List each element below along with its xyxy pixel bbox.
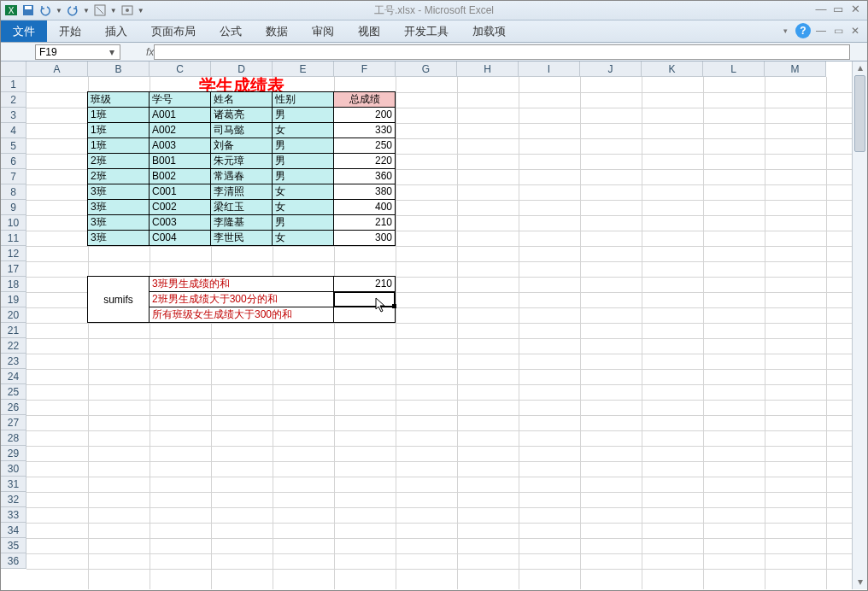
redo-icon[interactable]: [66, 3, 79, 17]
tab-data[interactable]: 数据: [254, 20, 300, 42]
col-header-h[interactable]: H: [457, 61, 519, 77]
tab-addins[interactable]: 加载项: [460, 20, 518, 42]
row-header-35[interactable]: 35: [1, 538, 26, 553]
td-name-8[interactable]: 李清照: [210, 184, 273, 200]
qat-customize-dropdown[interactable]: ▼: [138, 7, 144, 15]
qat-tool-2-icon[interactable]: [120, 3, 134, 17]
qat-tool-1-icon[interactable]: [93, 3, 107, 17]
td-gender-6[interactable]: 男: [272, 153, 334, 169]
th-id[interactable]: 学号: [149, 91, 211, 108]
scrollbar-thumb[interactable]: [854, 75, 865, 152]
row-header-23[interactable]: 23: [1, 354, 26, 369]
row-header-8[interactable]: 8: [1, 184, 26, 200]
row-header-22[interactable]: 22: [1, 338, 26, 354]
row-header-18[interactable]: 18: [1, 277, 26, 292]
scroll-down-button[interactable]: ▾: [853, 576, 867, 589]
td-name-5[interactable]: 刘备: [210, 138, 273, 154]
td-id-11[interactable]: C004: [149, 230, 211, 246]
td-class-7[interactable]: 2班: [87, 168, 150, 184]
td-class-3[interactable]: 1班: [87, 107, 150, 123]
col-header-e[interactable]: E: [273, 61, 334, 77]
th-class[interactable]: 班级: [87, 91, 150, 108]
ribbon-dropdown-icon[interactable]: ▾: [778, 24, 792, 38]
workbook-minimize-icon[interactable]: —: [814, 24, 828, 38]
col-header-j[interactable]: J: [580, 61, 642, 77]
col-header-k[interactable]: K: [642, 61, 703, 77]
tab-review[interactable]: 审阅: [300, 20, 346, 42]
undo-dropdown-icon[interactable]: ▼: [56, 7, 62, 15]
tab-insert[interactable]: 插入: [93, 20, 139, 42]
td-total-3[interactable]: 200: [333, 107, 396, 123]
th-name[interactable]: 姓名: [210, 91, 273, 108]
td-gender-7[interactable]: 男: [272, 168, 334, 184]
row-header-2[interactable]: 2: [1, 92, 26, 108]
col-header-c[interactable]: C: [150, 61, 211, 77]
close-button[interactable]: ✕: [848, 3, 862, 17]
td-class-5[interactable]: 1班: [87, 138, 150, 154]
td-id-3[interactable]: A001: [149, 107, 211, 123]
td-class-11[interactable]: 3班: [87, 230, 150, 246]
col-header-a[interactable]: A: [26, 61, 88, 77]
row-header-29[interactable]: 29: [1, 446, 26, 461]
sumifs-val-0[interactable]: 210: [333, 276, 396, 292]
td-total-5[interactable]: 250: [333, 138, 396, 154]
row-header-21[interactable]: 21: [1, 323, 26, 338]
row-header-32[interactable]: 32: [1, 492, 26, 507]
td-gender-11[interactable]: 女: [272, 230, 334, 246]
tab-view[interactable]: 视图: [346, 20, 392, 42]
row-header-28[interactable]: 28: [1, 430, 26, 446]
td-id-10[interactable]: C003: [149, 214, 211, 231]
td-id-9[interactable]: C002: [149, 199, 211, 215]
td-class-6[interactable]: 2班: [87, 153, 150, 169]
workbook-close-icon[interactable]: ✕: [848, 24, 862, 38]
sumifs-val-1[interactable]: [333, 291, 396, 307]
td-name-7[interactable]: 常遇春: [210, 168, 273, 184]
name-box[interactable]: F19 ▾: [35, 44, 120, 60]
row-header-17[interactable]: 17: [1, 261, 26, 277]
td-name-11[interactable]: 李世民: [210, 230, 273, 246]
qat-tool-1-dropdown[interactable]: ▼: [110, 7, 117, 15]
row-header-25[interactable]: 25: [1, 384, 26, 400]
th-gender[interactable]: 性别: [272, 91, 334, 108]
td-total-10[interactable]: 210: [333, 214, 396, 231]
help-icon[interactable]: ?: [795, 23, 811, 38]
row-header-31[interactable]: 31: [1, 477, 26, 492]
formula-bar[interactable]: [154, 44, 850, 60]
td-name-4[interactable]: 司马懿: [210, 122, 273, 138]
select-all-corner[interactable]: [1, 61, 26, 77]
td-name-10[interactable]: 李隆基: [210, 214, 273, 231]
td-name-6[interactable]: 朱元璋: [210, 153, 273, 169]
row-header-24[interactable]: 24: [1, 369, 26, 384]
row-header-30[interactable]: 30: [1, 461, 26, 477]
col-header-f[interactable]: F: [334, 61, 396, 77]
row-header-27[interactable]: 27: [1, 415, 26, 430]
td-total-7[interactable]: 360: [333, 168, 396, 184]
td-gender-5[interactable]: 男: [272, 138, 334, 154]
row-header-20[interactable]: 20: [1, 307, 26, 323]
td-gender-3[interactable]: 男: [272, 107, 334, 123]
td-class-4[interactable]: 1班: [87, 122, 150, 138]
row-header-33[interactable]: 33: [1, 507, 26, 523]
row-header-11[interactable]: 11: [1, 231, 26, 246]
maximize-button[interactable]: ▭: [831, 3, 845, 17]
td-id-7[interactable]: B002: [149, 168, 211, 184]
row-header-5[interactable]: 5: [1, 138, 26, 154]
sumifs-label[interactable]: sumifs: [87, 276, 150, 323]
tab-file[interactable]: 文件: [1, 20, 47, 42]
fx-icon[interactable]: fx: [146, 46, 154, 58]
row-header-6[interactable]: 6: [1, 154, 26, 169]
td-gender-4[interactable]: 女: [272, 122, 334, 138]
sumifs-desc-0[interactable]: 3班男生成绩的和: [149, 276, 334, 292]
scroll-up-button[interactable]: ▴: [853, 61, 867, 75]
tab-page-layout[interactable]: 页面布局: [139, 20, 208, 42]
col-header-d[interactable]: D: [211, 61, 273, 77]
td-total-8[interactable]: 380: [333, 184, 396, 200]
td-class-9[interactable]: 3班: [87, 199, 150, 215]
sumifs-desc-2[interactable]: 所有班级女生成绩大于300的和: [149, 307, 334, 323]
row-header-7[interactable]: 7: [1, 169, 26, 184]
grid[interactable]: 学生成绩表班级学号姓名性别总成绩1班A001诸葛亮男2001班A002司马懿女3…: [26, 77, 852, 589]
vertical-scrollbar[interactable]: ▴ ▾: [852, 61, 867, 589]
td-gender-9[interactable]: 女: [272, 199, 334, 215]
undo-icon[interactable]: [38, 3, 52, 17]
td-class-10[interactable]: 3班: [87, 214, 150, 231]
